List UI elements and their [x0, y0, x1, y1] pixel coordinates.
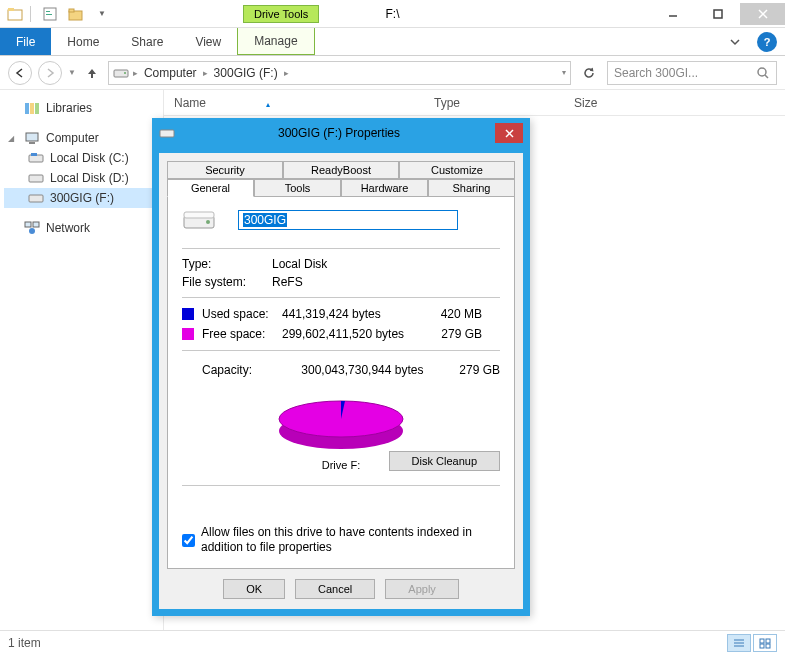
dialog-titlebar[interactable]: 300GIG (F:) Properties: [153, 119, 529, 147]
expand-icon[interactable]: ◢: [8, 134, 18, 143]
network-icon: [24, 220, 40, 236]
svg-rect-24: [25, 222, 31, 227]
view-tab[interactable]: View: [179, 28, 237, 55]
svg-rect-39: [184, 212, 214, 218]
breadcrumb-computer[interactable]: Computer: [142, 66, 199, 80]
tab-content-general: 300GIG Type:Local Disk File system:ReFS …: [167, 196, 515, 569]
chevron-right-icon[interactable]: ▸: [284, 68, 289, 78]
tab-security[interactable]: Security: [167, 161, 283, 179]
search-icon: [756, 66, 770, 80]
svg-rect-22: [29, 175, 43, 182]
tab-general[interactable]: General: [167, 179, 254, 197]
address-dropdown-icon[interactable]: ▾: [562, 68, 566, 77]
dialog-close-button[interactable]: [495, 123, 523, 143]
tab-readyboost[interactable]: ReadyBoost: [283, 161, 399, 179]
nav-libraries[interactable]: Libraries: [4, 98, 159, 118]
fs-value: ReFS: [272, 275, 303, 289]
column-name[interactable]: Name▴: [164, 96, 424, 110]
type-label: Type:: [182, 257, 272, 271]
manage-tab[interactable]: Manage: [237, 28, 314, 55]
separator: [182, 485, 500, 486]
used-hr: 420 MB: [422, 307, 482, 321]
nav-computer[interactable]: ◢ Computer: [4, 128, 159, 148]
ribbon-expand-icon[interactable]: [729, 28, 741, 55]
nav-label: Network: [46, 221, 90, 235]
svg-rect-20: [29, 155, 43, 162]
svg-line-14: [765, 75, 768, 78]
close-button[interactable]: [740, 3, 785, 25]
history-dropdown-icon[interactable]: ▼: [68, 68, 76, 77]
chevron-right-icon[interactable]: ▸: [203, 68, 208, 78]
drive-icon: [113, 65, 129, 81]
nav-local-c[interactable]: Local Disk (C:): [4, 148, 159, 168]
address-bar-row: ▼ ▸ Computer ▸ 300GIG (F:) ▸ ▾ Search 30…: [0, 56, 785, 90]
svg-rect-23: [29, 195, 43, 202]
svg-rect-34: [160, 130, 174, 137]
drive-large-icon: [182, 208, 216, 232]
breadcrumb-drive[interactable]: 300GIG (F:): [212, 66, 280, 80]
index-checkbox[interactable]: [182, 525, 195, 556]
search-placeholder: Search 300GI...: [614, 66, 698, 80]
column-size[interactable]: Size: [564, 96, 664, 110]
maximize-button[interactable]: [695, 3, 740, 25]
svg-rect-32: [760, 644, 764, 648]
tab-customize[interactable]: Customize: [399, 161, 515, 179]
tab-tools[interactable]: Tools: [254, 179, 341, 197]
svg-rect-11: [114, 70, 128, 77]
drive-name-input[interactable]: 300GIG: [238, 210, 458, 230]
drive-icon: [28, 190, 44, 206]
disk-cleanup-button[interactable]: Disk Cleanup: [389, 451, 500, 471]
apply-button[interactable]: Apply: [385, 579, 459, 599]
svg-point-12: [124, 72, 126, 74]
home-tab[interactable]: Home: [51, 28, 115, 55]
disk-usage-pie: [261, 389, 421, 455]
refresh-button[interactable]: [577, 61, 601, 85]
used-bytes: 441,319,424 bytes: [282, 307, 422, 321]
properties-qat-icon[interactable]: [39, 3, 61, 25]
sort-asc-icon: ▴: [266, 100, 270, 109]
nav-network[interactable]: Network: [4, 218, 159, 238]
nav-drive-f[interactable]: 300GIG (F:): [4, 188, 159, 208]
svg-rect-30: [760, 639, 764, 643]
capacity-bytes: 300,043,730,944 bytes: [301, 363, 440, 377]
back-button[interactable]: [8, 61, 32, 85]
search-input[interactable]: Search 300GI...: [607, 61, 777, 85]
tab-hardware[interactable]: Hardware: [341, 179, 428, 197]
drive-icon: [159, 127, 175, 139]
chevron-right-icon[interactable]: ▸: [133, 68, 138, 78]
dialog-title: 300GIG (F:) Properties: [183, 126, 495, 140]
minimize-button[interactable]: [650, 3, 695, 25]
tab-sharing[interactable]: Sharing: [428, 179, 515, 197]
window-title: F:\: [386, 7, 400, 21]
svg-rect-16: [30, 103, 34, 114]
nav-label: Computer: [46, 131, 99, 145]
nav-local-d[interactable]: Local Disk (D:): [4, 168, 159, 188]
column-type[interactable]: Type: [424, 96, 564, 110]
type-value: Local Disk: [272, 257, 327, 271]
free-bytes: 299,602,411,520 bytes: [282, 327, 422, 341]
capacity-hr: 279 GB: [440, 363, 500, 377]
forward-button[interactable]: [38, 61, 62, 85]
svg-rect-18: [26, 133, 38, 141]
svg-rect-8: [714, 10, 722, 18]
address-bar[interactable]: ▸ Computer ▸ 300GIG (F:) ▸ ▾: [108, 61, 571, 85]
help-icon[interactable]: ?: [757, 32, 777, 52]
file-tab[interactable]: File: [0, 28, 51, 55]
nav-label: Local Disk (D:): [50, 171, 129, 185]
cancel-button[interactable]: Cancel: [295, 579, 375, 599]
icons-view-button[interactable]: [753, 634, 777, 652]
computer-icon: [24, 130, 40, 146]
qat-dropdown-icon[interactable]: ▼: [91, 3, 113, 25]
drive-tools-contextual-tab[interactable]: Drive Tools: [243, 5, 319, 23]
app-icon: [4, 3, 26, 25]
svg-rect-31: [766, 639, 770, 643]
details-view-button[interactable]: [727, 634, 751, 652]
share-tab[interactable]: Share: [115, 28, 179, 55]
separator: [182, 350, 500, 351]
ok-button[interactable]: OK: [223, 579, 285, 599]
column-headers: Name▴ Type Size: [164, 90, 785, 116]
separator: [182, 248, 500, 249]
up-button[interactable]: [82, 66, 102, 80]
svg-rect-17: [35, 103, 39, 114]
new-folder-qat-icon[interactable]: [65, 3, 87, 25]
